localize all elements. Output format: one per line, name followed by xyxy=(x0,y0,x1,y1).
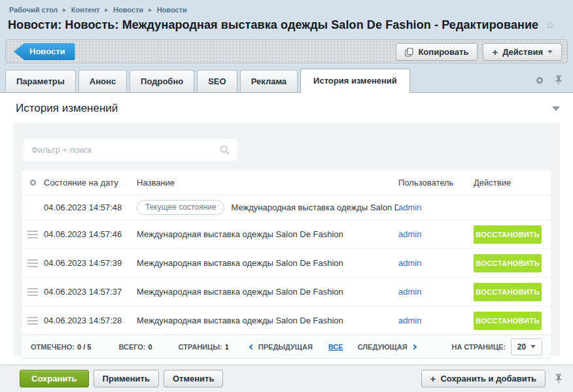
column-header-name[interactable]: Название xyxy=(137,178,398,188)
plus-icon: + xyxy=(492,47,498,57)
per-page-label: НА СТРАНИЦЕ: xyxy=(451,343,506,351)
breadcrumb: Рабочий стол ▸ Контент ▸ Новости ▸ Новос… xyxy=(0,0,573,14)
save-and-add-label: Сохранить и добавить xyxy=(440,374,536,384)
history-grid: Состояние на дату Название Пользователь … xyxy=(21,169,552,359)
history-panel: Состояние на дату Название Пользователь … xyxy=(13,123,560,356)
row-date: 04.06.2023 14:57:39 xyxy=(44,258,137,268)
column-header-action[interactable]: Действие xyxy=(474,178,551,188)
context-toolbar: Новости Копировать + Действия xyxy=(5,39,568,63)
pin-icon[interactable] xyxy=(555,374,563,384)
tab-bar: Параметры Анонс Подробно SEO Реклама Ист… xyxy=(0,69,573,92)
pin-icon[interactable] xyxy=(555,75,563,85)
copy-button[interactable]: Копировать xyxy=(396,43,477,61)
breadcrumb-separator-icon: ▸ xyxy=(148,7,152,13)
table-row: 04.06.2023 14:57:37 Международная выстав… xyxy=(22,277,551,306)
grid-settings-gear-icon[interactable] xyxy=(22,178,44,187)
row-date: 04.06.2023 14:57:46 xyxy=(44,229,137,239)
breadcrumb-separator-icon: ▸ xyxy=(63,7,66,13)
table-row: 04.06.2023 14:57:46 Международная выстав… xyxy=(22,220,551,248)
prev-page-button[interactable]: ПРЕДЫДУЩАЯ xyxy=(250,343,313,351)
selected-count-value: 0 / 5 xyxy=(77,343,91,351)
restore-button[interactable]: ВОССТАНОВИТЬ xyxy=(474,225,542,244)
row-date: 04.06.2023 14:57:48 xyxy=(44,203,137,212)
drag-handle-icon[interactable] xyxy=(27,288,38,296)
row-name: Международная выставка одежды Salon De F… xyxy=(137,258,343,268)
user-link[interactable]: admin xyxy=(398,203,421,212)
tab-announce[interactable]: Анонс xyxy=(78,70,127,92)
tab-details[interactable]: Подробно xyxy=(130,70,194,92)
tab-ads[interactable]: Реклама xyxy=(240,70,298,92)
total-count-value: 0 xyxy=(148,343,152,351)
row-name: Международная выставка одежды Salon De F… xyxy=(137,316,343,325)
per-page-value: 20 xyxy=(517,342,526,351)
tab-parameters[interactable]: Параметры xyxy=(5,70,76,92)
current-state-badge: Текущее состояние xyxy=(137,200,224,215)
next-page-button[interactable]: СЛЕДУЮЩАЯ xyxy=(358,343,416,351)
drag-handle-icon[interactable] xyxy=(27,317,38,325)
restore-button[interactable]: ВОССТАНОВИТЬ xyxy=(474,312,542,330)
selected-count-label: ОТМЕЧЕНО: xyxy=(31,343,75,351)
tab-seo[interactable]: SEO xyxy=(197,70,237,92)
breadcrumb-link-content[interactable]: Контент xyxy=(71,6,100,14)
copy-icon xyxy=(405,48,413,57)
chevron-down-icon xyxy=(530,345,536,348)
settings-gear-icon[interactable] xyxy=(535,76,544,85)
page-title: Новости: Новость: Международная выставка… xyxy=(8,18,538,32)
row-date: 04.06.2023 14:57:37 xyxy=(44,287,137,297)
column-header-user[interactable]: Пользователь xyxy=(398,178,474,188)
drag-handle-icon[interactable] xyxy=(27,231,38,238)
user-link[interactable]: admin xyxy=(398,316,421,325)
copy-button-label: Копировать xyxy=(418,47,468,57)
actions-button-label: Действия xyxy=(502,47,543,57)
page-header: Рабочий стол ▸ Контент ▸ Новости ▸ Новос… xyxy=(0,0,573,92)
tab-change-history[interactable]: История изменений xyxy=(300,69,410,93)
total-count-label: ВСЕГО: xyxy=(118,343,145,351)
breadcrumb-link-news-2[interactable]: Новости xyxy=(157,6,187,14)
user-link[interactable]: admin xyxy=(398,287,421,297)
save-and-add-button[interactable]: + Сохранить и добавить xyxy=(421,370,546,387)
apply-button[interactable]: Применить xyxy=(94,370,159,387)
cancel-button[interactable]: Отменить xyxy=(164,370,224,387)
plus-icon: + xyxy=(430,374,436,384)
breadcrumb-link-desktop[interactable]: Рабочий стол xyxy=(9,6,58,14)
table-row: 04.06.2023 14:57:39 Международная выстав… xyxy=(22,248,551,277)
back-to-list-button[interactable]: Новости xyxy=(14,43,75,60)
row-date: 04.06.2023 14:57:28 xyxy=(44,316,137,325)
all-pages-link[interactable]: ВСЕ xyxy=(328,343,343,351)
breadcrumb-separator-icon: ▸ xyxy=(105,7,108,13)
chevron-down-icon xyxy=(547,50,553,54)
row-name: Международная выставка одежды Salon De F… xyxy=(137,287,343,297)
per-page-select[interactable]: 20 xyxy=(511,338,542,355)
grid-footer: ОТМЕЧЕНО: 0 / 5 ВСЕГО: 0 СТРАНИЦЫ: 1 ПРЕ… xyxy=(22,335,551,358)
save-button[interactable]: Сохранить xyxy=(20,370,89,387)
drag-handle-icon[interactable] xyxy=(27,259,38,267)
pages-value: 1 xyxy=(225,343,229,351)
section-collapse-icon[interactable] xyxy=(552,106,560,111)
grid-header-row: Состояние на дату Название Пользователь … xyxy=(22,170,551,195)
favorite-star-icon[interactable]: ☆ xyxy=(545,18,555,32)
filter-search-input[interactable] xyxy=(24,139,237,161)
form-buttons-bar: Сохранить Применить Отменить + Сохранить… xyxy=(0,365,573,392)
section-title: История изменений xyxy=(16,102,118,115)
pages-label: СТРАНИЦЫ: xyxy=(179,343,222,351)
row-name: Международная выставка одежды Salon De F… xyxy=(137,229,343,239)
row-name: Международная выставка одежды Salon De F… xyxy=(231,203,398,212)
restore-button[interactable]: ВОССТАНОВИТЬ xyxy=(474,283,542,301)
chevron-right-icon xyxy=(411,344,416,349)
table-row: 04.06.2023 14:57:48 Текущее состояние Ме… xyxy=(22,195,551,220)
table-row: 04.06.2023 14:57:28 Международная выстав… xyxy=(22,306,551,335)
search-icon[interactable] xyxy=(220,145,230,155)
user-link[interactable]: admin xyxy=(398,229,421,239)
breadcrumb-link-news[interactable]: Новости xyxy=(113,6,143,14)
chevron-left-icon xyxy=(249,344,254,349)
tab-content: История изменений xyxy=(0,92,573,365)
restore-button[interactable]: ВОССТАНОВИТЬ xyxy=(474,254,542,272)
user-link[interactable]: admin xyxy=(398,258,421,268)
actions-button[interactable]: + Действия xyxy=(483,43,562,61)
column-header-date[interactable]: Состояние на дату xyxy=(44,178,137,188)
